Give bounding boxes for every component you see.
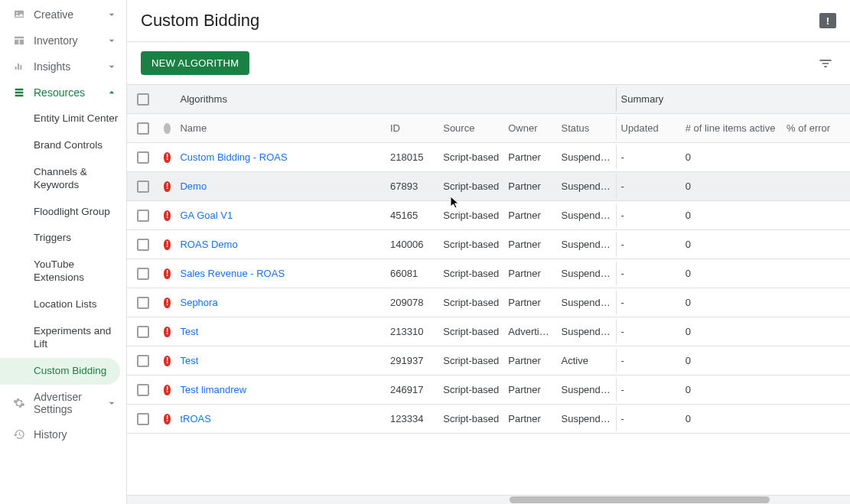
- cell-owner: Partner: [503, 407, 556, 431]
- table-row[interactable]: !Demo67893Script-basedPartnerSuspended-0: [127, 172, 850, 201]
- sidebar-subitem-channels-keywords[interactable]: Channels & Keywords: [0, 159, 126, 199]
- sidebar-subitem-triggers[interactable]: Triggers: [0, 225, 126, 252]
- sidebar-subitem-experiments-and-lift[interactable]: Experiments and Lift: [0, 318, 126, 358]
- algorithm-link[interactable]: Demo: [180, 180, 207, 192]
- sidebar-item-inventory[interactable]: Inventory: [0, 28, 126, 54]
- col-updated[interactable]: Updated: [616, 116, 681, 140]
- cell-id: 291937: [386, 349, 438, 372]
- row-checkbox[interactable]: [127, 262, 159, 286]
- feedback-icon[interactable]: !: [819, 13, 836, 28]
- table-row[interactable]: !Test limandrew246917Script-basedPartner…: [127, 376, 850, 405]
- cell-source: Script-based: [438, 291, 503, 314]
- col-source[interactable]: Source: [438, 116, 503, 140]
- algorithm-link[interactable]: GA Goal V1: [180, 210, 233, 221]
- cell-status: Suspended: [556, 378, 615, 402]
- algorithm-link[interactable]: Sales Revenue - ROAS: [180, 268, 285, 279]
- svg-point-1: [16, 12, 18, 14]
- row-checkbox[interactable]: [127, 145, 159, 170]
- col-owner[interactable]: Owner: [503, 116, 556, 140]
- error-icon: !: [159, 262, 176, 285]
- sidebar-item-label: Inventory: [34, 34, 105, 47]
- sidebar-subitem-custom-bidding[interactable]: Custom Bidding: [0, 358, 120, 385]
- new-algorithm-button[interactable]: NEW ALGORITHM: [141, 51, 249, 75]
- cell-id: 123334: [386, 407, 438, 431]
- sidebar-subitem-brand-controls[interactable]: Brand Controls: [0, 132, 126, 159]
- algorithm-link[interactable]: tROAS: [180, 413, 210, 424]
- sidebar-subitem-youtube-extensions[interactable]: YouTube Extensions: [0, 252, 126, 291]
- page-header: Custom Bidding !: [127, 0, 850, 42]
- table-row[interactable]: !Custom Bidding - ROAS218015Script-based…: [127, 143, 850, 172]
- cell-pct-error: [782, 210, 850, 222]
- cell-status: Suspended: [556, 320, 615, 343]
- insights-icon: [12, 60, 26, 73]
- cell-source: Script-based: [438, 320, 503, 343]
- row-checkbox[interactable]: [127, 407, 159, 431]
- sidebar-subitem-entity-limit-center[interactable]: Entity Limit Center: [0, 106, 126, 132]
- select-all-checkbox[interactable]: [127, 87, 159, 112]
- row-checkbox[interactable]: [127, 232, 159, 257]
- cell-updated: -: [616, 203, 681, 227]
- algorithm-link[interactable]: Custom Bidding - ROAS: [180, 151, 287, 163]
- table-row[interactable]: !GA Goal V145165Script-basedPartnerSuspe…: [127, 201, 850, 230]
- row-checkbox[interactable]: [127, 203, 159, 228]
- cell-updated: -: [616, 378, 681, 402]
- col-line-items[interactable]: # of line items active: [681, 116, 782, 140]
- cell-owner: Partner: [503, 232, 556, 256]
- horizontal-scrollbar[interactable]: [127, 495, 850, 504]
- error-icon: !: [159, 320, 176, 343]
- sidebar: CreativeInventoryInsightsResourcesEntity…: [0, 0, 127, 504]
- col-pct-error[interactable]: % of error: [782, 116, 850, 140]
- row-checkbox[interactable]: [127, 174, 159, 199]
- cell-status: Active: [556, 349, 615, 372]
- info-icon: [159, 117, 176, 140]
- cell-owner: Advertiser: [503, 320, 556, 343]
- sidebar-item-label: Resources: [34, 86, 105, 99]
- table-row[interactable]: !ROAS Demo140006Script-basedPartnerSuspe…: [127, 230, 850, 259]
- cell-id: 246917: [386, 378, 438, 402]
- sidebar-subitem-location-lists[interactable]: Location Lists: [0, 291, 126, 318]
- sidebar-item-history[interactable]: History: [0, 421, 126, 447]
- cell-updated: -: [616, 407, 681, 431]
- row-checkbox[interactable]: [127, 291, 159, 315]
- error-icon: !: [159, 291, 176, 314]
- algorithm-link[interactable]: Test: [180, 355, 198, 366]
- sidebar-item-creative[interactable]: Creative: [0, 2, 126, 28]
- cell-id: 209078: [386, 291, 438, 314]
- cell-pct-error: [782, 326, 850, 338]
- gear-icon: [12, 396, 26, 410]
- table-row[interactable]: !Test291937Script-basedPartnerActive-0: [127, 346, 850, 376]
- row-checkbox[interactable]: [127, 320, 159, 344]
- row-checkbox[interactable]: [127, 349, 159, 373]
- table-row[interactable]: !tROAS123334Script-basedPartnerSuspended…: [127, 405, 850, 434]
- sidebar-item-insights[interactable]: Insights: [0, 54, 126, 80]
- algorithm-link[interactable]: Test limandrew: [180, 384, 246, 395]
- table-row[interactable]: !Sephora209078Script-basedPartnerSuspend…: [127, 288, 850, 317]
- row-checkbox[interactable]: [127, 378, 159, 402]
- col-status[interactable]: Status: [556, 116, 615, 140]
- sidebar-item-label: History: [34, 428, 119, 441]
- cell-status: Suspended: [556, 232, 615, 256]
- select-all-checkbox[interactable]: [127, 116, 159, 141]
- cell-line-items: 0: [681, 174, 782, 198]
- filter-icon[interactable]: [815, 53, 836, 74]
- algorithm-link[interactable]: ROAS Demo: [180, 239, 237, 250]
- cell-pct-error: [782, 413, 850, 425]
- algorithm-link[interactable]: Sephora: [180, 297, 217, 308]
- algorithm-link[interactable]: Test: [180, 326, 198, 337]
- cell-source: Script-based: [438, 378, 503, 402]
- error-icon: !: [159, 350, 176, 372]
- sidebar-item-advertiser-settings[interactable]: Advertiser Settings: [0, 385, 126, 421]
- group-algorithms-label: Algorithms: [175, 87, 386, 111]
- sidebar-item-resources[interactable]: Resources: [0, 80, 126, 106]
- table-row[interactable]: !Sales Revenue - ROAS66081Script-basedPa…: [127, 259, 850, 288]
- col-id[interactable]: ID: [386, 116, 438, 140]
- algorithms-table: AlgorithmsSummaryNameIDSourceOwnerStatus…: [127, 85, 850, 495]
- table-row[interactable]: !Test213310Script-basedAdvertiserSuspend…: [127, 317, 850, 346]
- error-icon: !: [159, 146, 176, 169]
- cell-id: 67893: [386, 174, 438, 198]
- cell-status: Suspended: [556, 291, 615, 314]
- sidebar-subitem-floodlight-group[interactable]: Floodlight Group: [0, 199, 126, 226]
- main: Custom Bidding ! NEW ALGORITHM Algorithm…: [127, 0, 850, 504]
- cell-line-items: 0: [681, 232, 782, 256]
- col-name[interactable]: Name: [175, 116, 386, 140]
